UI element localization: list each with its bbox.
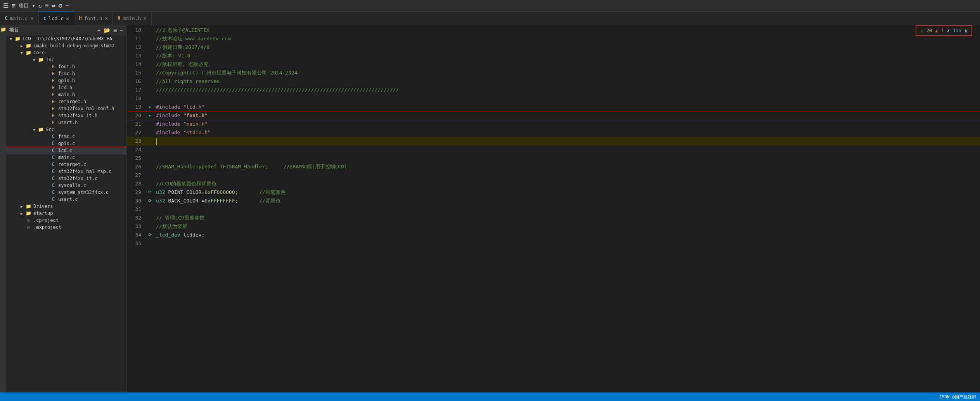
file-icon-mxproject: ⚙ <box>25 225 32 230</box>
line-num-12: 12 <box>126 43 146 52</box>
tree-label-stm32-it-c: stm32f4xx_it.c <box>58 176 97 181</box>
gutter-20: ◈ <box>146 111 154 120</box>
explorer-icon[interactable]: 📁 <box>0 27 6 32</box>
tab-close-font-h[interactable]: × <box>105 15 108 21</box>
tree-label-cproject: .cproject <box>33 218 59 223</box>
tree-item-core[interactable]: ▼ 📁 Core <box>6 49 126 56</box>
tree-item-stm32-it-h[interactable]: ▶ H stm32f4xx_it.h <box>6 112 126 119</box>
tree-item-fsmc-c[interactable]: ▶ C fsmc.c <box>6 133 126 140</box>
code-line-19: 19 ◈ #include "lcd.h" <box>126 103 980 111</box>
tree-item-src[interactable]: ▼ 📁 Src <box>6 126 126 133</box>
folder-icon-drivers: 📁 <box>25 204 32 209</box>
tab-close-main-h[interactable]: × <box>143 15 146 21</box>
tree-label-fsmc-c: fsmc.c <box>58 134 75 139</box>
folder-icon-lcd-root: 📁 <box>14 36 21 41</box>
file-icon-stm32-it-h: H <box>50 113 57 118</box>
tree-label-startup: startup <box>33 211 53 216</box>
list-icon[interactable]: ≡ <box>45 2 49 9</box>
new-folder-icon[interactable]: 📂 <box>104 27 110 33</box>
tree-item-system-stm32[interactable]: ▶ C system_stm32f4xx.c <box>6 189 126 196</box>
tree-item-retarget-c[interactable]: ▶ C retarget.c <box>6 161 126 168</box>
project-title: 项目 <box>19 2 29 9</box>
tree-item-fsmc-h[interactable]: ▶ H fsmc.h <box>6 70 126 77</box>
split-icon[interactable]: ⇌ <box>52 2 55 9</box>
tree-label-stm32-hal-conf: stm32f4xx_hal_conf.h <box>58 106 114 111</box>
tab-main-c[interactable]: C main.c × <box>0 12 39 25</box>
dropdown-icon[interactable]: ▾ <box>32 2 36 9</box>
code-line-13: 13 //版本: V1.0 <box>126 52 980 60</box>
tree-label-syscalls: syscalls.c <box>58 183 86 188</box>
arrow-src: ▼ <box>31 128 37 132</box>
arrow-inc: ▼ <box>31 58 37 62</box>
tree-item-syscalls[interactable]: ▶ C syscalls.c <box>6 182 126 189</box>
folder-icon-cmake: 📁 <box>25 43 32 48</box>
tree-item-lcd-root[interactable]: ▼ 📁 LCD- D:\Job\STM32\F407\CubeMX-HA <box>6 35 126 42</box>
tree-item-gpio-c[interactable]: ▶ C gpio.c <box>6 140 126 147</box>
tab-close-lcd-c[interactable]: × <box>66 16 69 22</box>
tree-item-main-c[interactable]: ▶ C main.c <box>6 154 126 161</box>
settings-icon[interactable]: ⚙ <box>59 2 62 9</box>
line-num-11: 11 <box>126 35 146 43</box>
tree-item-font-h[interactable]: ▶ H font.h <box>6 63 126 70</box>
tab-font-h[interactable]: H font.h × <box>74 12 113 25</box>
tree-item-main-h[interactable]: ▶ H main.h <box>6 91 126 98</box>
line-num-26: 26 <box>126 162 146 171</box>
tree-label-stm32-it-h: stm32f4xx_it.h <box>58 113 97 118</box>
tree-item-cmake[interactable]: ▶ 📁 cmake-build-debug-mingw-stm32 <box>6 42 126 49</box>
tree-item-cproject[interactable]: ▶ ⚙ .cproject <box>6 217 126 224</box>
code-content-28: //LCD的画笔颜色和背景色 <box>154 180 980 188</box>
code-content-15: //Copyright(C) 广州市星翼电子科技有限公司 2014-2024 <box>154 69 980 77</box>
line-num-34: 34 <box>126 231 146 239</box>
tree-item-drivers[interactable]: ▶ 📁 Drivers <box>6 203 126 210</box>
tree-item-inc[interactable]: ▼ 📁 Inc <box>6 56 126 63</box>
tree-item-stm32-hal-msp[interactable]: ▶ C stm32f4xx_hal_msp.c <box>6 168 126 175</box>
tree-item-mxproject[interactable]: ▶ ⚙ .mxproject <box>6 224 126 231</box>
code-line-14: 14 //版权所有, 盗版必究。 <box>126 60 980 69</box>
line-num-24: 24 <box>126 145 146 154</box>
tree-item-lcd-h[interactable]: ▶ H lcd.h <box>6 84 126 91</box>
menu-icon[interactable]: ☰ <box>3 2 9 9</box>
file-icon-retarget-c: C <box>50 162 57 167</box>
tab-main-h[interactable]: H main.h × <box>113 12 152 25</box>
new-file-icon[interactable]: + <box>97 27 100 33</box>
collapse-icon[interactable]: ⊟ <box>113 27 116 33</box>
minimize-icon[interactable]: − <box>66 2 69 9</box>
refresh-icon[interactable]: ↻ <box>38 3 42 9</box>
tab-icon-font-h: H <box>79 16 81 21</box>
code-editor[interactable]: 10 //正点原子@ALIENTEK 11 //技术论坛:www.openedv… <box>126 25 980 392</box>
gutter-30: ⟳ <box>146 197 154 205</box>
arrow-cmake: ▶ <box>19 44 25 48</box>
tab-close-main-c[interactable]: × <box>30 15 33 21</box>
code-content-35 <box>154 239 980 248</box>
main-layout: 📁 项目 + 📂 ⊟ ⋯ ▼ 📁 LCD- D:\Job\STM32\F407\… <box>0 25 980 392</box>
tree-label-stm32-hal-msp: stm32f4xx_hal_msp.c <box>58 169 111 174</box>
code-content-25 <box>154 154 980 162</box>
tree-item-usart-h[interactable]: ▶ H usart.h <box>6 119 126 126</box>
tree-item-retarget-h[interactable]: ▶ H retarget.h <box>6 98 126 105</box>
tree-item-gpio-h[interactable]: ▶ H gpio.h <box>6 77 126 84</box>
code-line-29: 29 ⟳ u32 POINT_COLOR=0xFF000000; //画笔颜色 <box>126 188 980 197</box>
code-line-27: 27 <box>126 171 980 180</box>
code-content-21: #include "main.h" <box>154 120 980 128</box>
line-num-15: 15 <box>126 69 146 77</box>
line-num-21: 21 <box>126 120 146 128</box>
more-icon[interactable]: ⋯ <box>120 27 123 33</box>
line-num-18: 18 <box>126 94 146 103</box>
code-line-31: 31 <box>126 205 980 214</box>
code-content-29: u32 POINT_COLOR=0xFF000000; //画笔颜色 <box>154 188 980 197</box>
status-bar-top-right[interactable]: ⚠ 20 ▲ 1 ✗ 115 ∧ <box>916 25 972 36</box>
tree-label-lcd-root: LCD- D:\Job\STM32\F407\CubeMX-HA <box>23 36 112 41</box>
chevron-up-icon[interactable]: ∧ <box>964 28 968 34</box>
error-icon: ▲ <box>935 28 938 33</box>
tree-item-stm32-it-c[interactable]: ▶ C stm32f4xx_it.c <box>6 175 126 182</box>
code-line-25: 25 <box>126 154 980 162</box>
tab-lcd-c[interactable]: C lcd.c × <box>39 12 74 25</box>
tree-item-lcd-c[interactable]: ▶ C lcd.c <box>6 147 126 154</box>
code-line-15: 15 //Copyright(C) 广州市星翼电子科技有限公司 2014-202… <box>126 69 980 77</box>
code-content-20: #include "font.h" <box>154 111 980 120</box>
tree-item-stm32-hal-conf[interactable]: ▶ H stm32f4xx_hal_conf.h <box>6 105 126 112</box>
project-icon[interactable]: ⊞ <box>12 2 16 9</box>
tree-item-usart-c[interactable]: ▶ C usart.c <box>6 196 126 203</box>
tree-item-startup[interactable]: ▶ 📁 startup <box>6 210 126 217</box>
line-num-23: 23 <box>126 137 146 145</box>
